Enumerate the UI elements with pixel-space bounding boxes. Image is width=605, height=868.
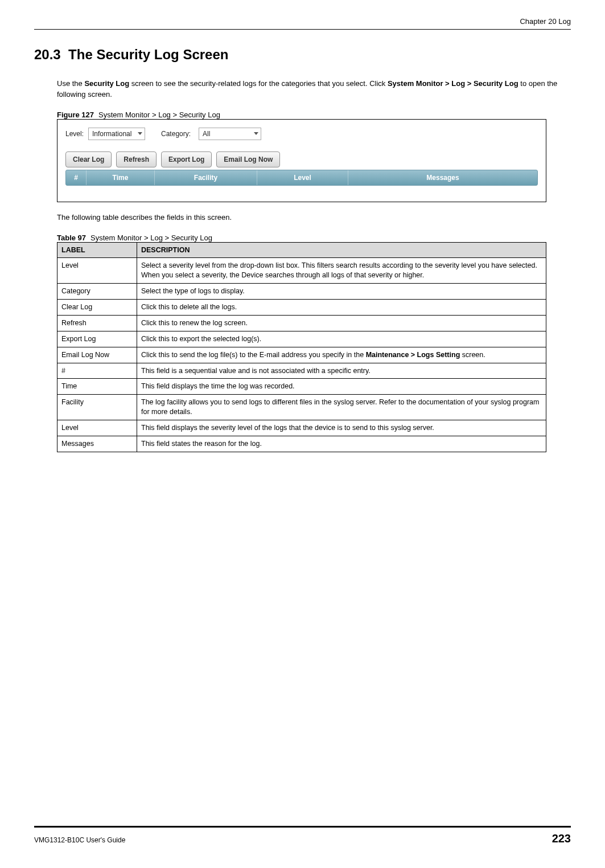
table-row: Facility The log facility allows you to … <box>57 395 546 420</box>
clear-log-button[interactable]: Clear Log <box>65 152 112 167</box>
table-number: Table 97 <box>57 234 86 242</box>
row-label: Export Log <box>57 331 137 347</box>
col-facility: Facility <box>155 170 257 185</box>
th-description: DESCRIPTION <box>137 242 546 258</box>
row-label: # <box>57 363 137 379</box>
section-number: 20.3 <box>34 47 61 62</box>
col-num: # <box>66 170 87 185</box>
row-label: Facility <box>57 395 137 420</box>
table-row: Category Select the type of logs to disp… <box>57 284 546 300</box>
category-dropdown[interactable]: All <box>199 128 261 140</box>
figure-number: Figure 127 <box>57 110 94 119</box>
row-desc: Click this to send the log file(s) to th… <box>137 347 546 363</box>
intro-paragraph: Use the Security Log screen to see the s… <box>57 79 565 100</box>
row-label: Level <box>57 420 137 436</box>
export-log-button[interactable]: Export Log <box>161 152 212 167</box>
table-row: Messages This field states the reason fo… <box>57 436 546 452</box>
row-desc: This field displays the severity level o… <box>137 420 546 436</box>
page-footer: VMG1312-B10C User's Guide 223 <box>34 826 571 845</box>
button-row: Clear Log Refresh Export Log Email Log N… <box>65 152 538 167</box>
row-desc: Click this to renew the log screen. <box>137 315 546 331</box>
table-caption-text: System Monitor > Log > Security Log <box>90 234 212 242</box>
table-row: Email Log Now Click this to send the log… <box>57 347 546 363</box>
row-desc: This field states the reason for the log… <box>137 436 546 452</box>
row-desc: This field displays the time the log was… <box>137 379 546 395</box>
category-value: All <box>203 130 210 138</box>
chevron-down-icon <box>138 132 142 135</box>
chapter-text: Chapter 20 Log <box>520 17 571 26</box>
intro-bold-1: Security Log <box>84 79 129 88</box>
chapter-header: Chapter 20 Log <box>34 17 571 30</box>
level-value: Informational <box>92 130 131 138</box>
row-label: Time <box>57 379 137 395</box>
table-header-row: LABEL DESCRIPTION <box>57 242 546 258</box>
footer-guide: VMG1312-B10C User's Guide <box>34 836 125 844</box>
row-desc: This field is a sequential value and is … <box>137 363 546 379</box>
table-row: Time This field displays the time the lo… <box>57 379 546 395</box>
table-caption: Table 97System Monitor > Log > Security … <box>57 234 571 242</box>
refresh-button[interactable]: Refresh <box>116 152 157 167</box>
row-desc: The log facility allows you to send logs… <box>137 395 546 420</box>
row-label: Level <box>57 258 137 284</box>
col-time: Time <box>87 170 155 185</box>
description-table: LABEL DESCRIPTION Level Select a severit… <box>57 242 546 452</box>
th-label: LABEL <box>57 242 137 258</box>
row-label: Refresh <box>57 315 137 331</box>
filter-row: Level: Informational Category: All <box>65 128 538 140</box>
intro-prefix: Use the <box>57 79 84 88</box>
post-figure-text: The following table describes the fields… <box>57 212 565 223</box>
email-log-now-button[interactable]: Email Log Now <box>216 152 280 167</box>
level-label: Level: <box>65 130 84 138</box>
figure-caption: Figure 127System Monitor > Log > Securit… <box>57 110 571 119</box>
row-label: Clear Log <box>57 300 137 316</box>
table-row: Clear Log Click this to delete all the l… <box>57 300 546 316</box>
page-number: 223 <box>552 832 571 845</box>
footer-divider <box>34 826 571 828</box>
row-desc-pre: Click this to send the log file(s) to th… <box>141 351 366 359</box>
row-desc-post: screen. <box>460 351 485 359</box>
table-row: # This field is a sequential value and i… <box>57 363 546 379</box>
chevron-down-icon <box>254 132 258 135</box>
figure-screenshot: Level: Informational Category: All Clear… <box>57 119 546 202</box>
level-dropdown[interactable]: Informational <box>88 128 145 140</box>
table-row: Level This field displays the severity l… <box>57 420 546 436</box>
row-desc: Select a severity level from the drop-do… <box>137 258 546 284</box>
row-desc: Select the type of logs to display. <box>137 284 546 300</box>
row-label: Category <box>57 284 137 300</box>
col-level: Level <box>257 170 348 185</box>
category-label: Category: <box>161 130 191 138</box>
col-messages: Messages <box>348 170 537 185</box>
intro-mid: screen to see the security-related logs … <box>129 79 388 88</box>
row-desc: Click this to delete all the logs. <box>137 300 546 316</box>
table-row: Export Log Click this to export the sele… <box>57 331 546 347</box>
section-title: The Security Log Screen <box>68 47 228 62</box>
row-label: Email Log Now <box>57 347 137 363</box>
intro-bold-2: System Monitor > Log > Security Log <box>388 79 518 88</box>
figure-caption-text: System Monitor > Log > Security Log <box>98 110 220 119</box>
section-heading: 20.3 The Security Log Screen <box>34 47 571 63</box>
row-label: Messages <box>57 436 137 452</box>
table-row: Refresh Click this to renew the log scre… <box>57 315 546 331</box>
row-desc: Click this to export the selected log(s)… <box>137 331 546 347</box>
log-table-header: # Time Facility Level Messages <box>65 170 538 186</box>
row-desc-bold: Maintenance > Logs Setting <box>366 351 460 359</box>
table-row: Level Select a severity level from the d… <box>57 258 546 284</box>
